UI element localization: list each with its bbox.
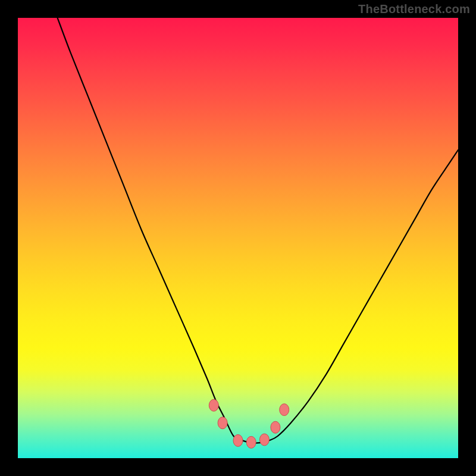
curve-layer — [58, 18, 458, 443]
trough-marker — [259, 434, 269, 446]
trough-marker — [246, 436, 256, 448]
watermark-text: TheBottleneck.com — [358, 2, 470, 16]
trough-marker — [209, 399, 218, 411]
plot-area — [18, 18, 458, 458]
outer-frame: TheBottleneck.com — [0, 0, 476, 476]
trough-marker — [233, 434, 243, 446]
trough-marker — [280, 404, 289, 416]
chart-svg — [18, 18, 458, 458]
trough-markers-group — [209, 399, 289, 448]
trough-marker — [271, 421, 280, 433]
bottleneck-curve — [58, 18, 458, 443]
trough-marker — [218, 417, 227, 429]
